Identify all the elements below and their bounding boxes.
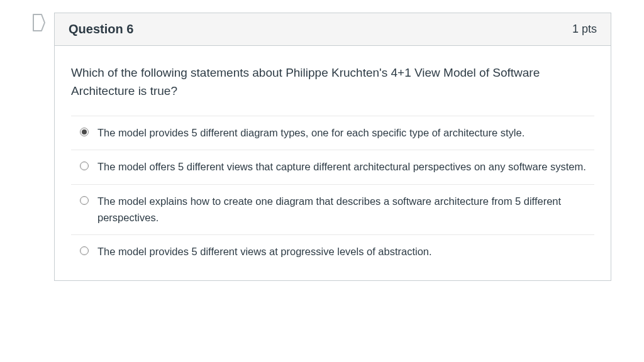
option-row[interactable]: The model explains how to create one dia… [71,185,594,235]
question-card: Question 6 1 pts Which of the following … [54,13,611,281]
option-label: The model provides 5 different views at … [97,244,432,260]
radio-icon[interactable] [80,128,89,136]
question-title: Question 6 [69,22,133,36]
radio-icon[interactable] [80,196,89,205]
options-list: The model provides 5 different diagram t… [71,116,594,269]
option-label: The model provides 5 different diagram t… [97,125,525,141]
radio-icon[interactable] [80,162,89,170]
question-body: Which of the following statements about … [55,46,611,280]
option-row[interactable]: The model offers 5 different views that … [71,150,594,185]
option-row[interactable]: The model provides 5 different diagram t… [71,116,594,151]
question-container: Question 6 1 pts Which of the following … [33,13,611,281]
radio-icon[interactable] [80,246,89,255]
question-points: 1 pts [572,23,597,36]
option-row[interactable]: The model provides 5 different views at … [71,235,594,269]
option-label: The model offers 5 different views that … [97,159,586,175]
question-prompt: Which of the following statements about … [71,63,594,101]
question-header: Question 6 1 pts [55,13,611,46]
bookmark-icon[interactable] [33,14,45,31]
option-label: The model explains how to create one dia… [97,194,591,226]
